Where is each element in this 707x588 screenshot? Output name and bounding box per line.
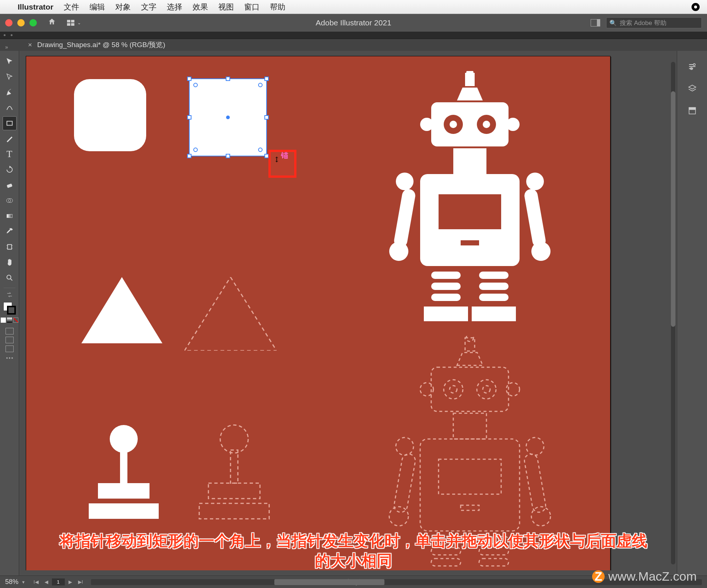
selection-handle-r[interactable] <box>264 115 269 120</box>
stroke-swatch[interactable] <box>7 306 16 315</box>
color-mode-swatches[interactable] <box>1 318 18 323</box>
close-tab-icon[interactable]: × <box>28 41 32 49</box>
selection-handle-t[interactable] <box>226 77 230 81</box>
menu-type[interactable]: 文字 <box>141 2 156 12</box>
canvas-area[interactable]: ⤡ 锚 <box>19 51 677 575</box>
svg-rect-14 <box>231 450 238 483</box>
minimize-window-button[interactable] <box>17 19 25 26</box>
canvas-scrollbar-vertical[interactable] <box>671 62 675 564</box>
svg-point-43 <box>450 121 457 128</box>
window-title: Adobe Illustrator 2021 <box>316 18 391 27</box>
control-bar <box>0 32 707 39</box>
paintbrush-tool[interactable] <box>3 132 17 146</box>
svg-point-6 <box>7 275 11 279</box>
shape-joystick-dashed[interactable] <box>192 424 277 521</box>
svg-rect-62 <box>523 453 546 513</box>
svg-rect-67 <box>431 559 461 566</box>
shape-robot-solid[interactable] <box>383 71 556 326</box>
hand-tool[interactable] <box>3 255 17 269</box>
maximize-window-button[interactable] <box>29 19 37 26</box>
corner-widget-tl[interactable] <box>193 83 198 87</box>
artboard-navigator[interactable]: I◀ ◀ 1 ▶ ▶I <box>31 578 85 585</box>
eraser-tool[interactable] <box>3 178 17 192</box>
corner-widget-br[interactable] <box>258 148 263 152</box>
libraries-icon[interactable] <box>687 105 698 116</box>
panel-toggle-icon[interactable] <box>591 19 600 26</box>
help-search-input[interactable]: 🔍 搜索 Adobe 帮助 <box>606 17 702 28</box>
shape-rounded-square[interactable] <box>74 79 146 151</box>
shape-builder-tool[interactable] <box>3 194 17 208</box>
svg-rect-37 <box>424 307 468 321</box>
nav-next-icon[interactable]: ▶ <box>66 578 74 585</box>
shape-triangle-dashed[interactable] <box>184 277 277 352</box>
close-window-button[interactable] <box>5 19 13 26</box>
zoom-tool[interactable] <box>3 271 17 285</box>
edit-toolbar-icon[interactable] <box>6 357 13 359</box>
menu-help[interactable]: 帮助 <box>270 2 285 12</box>
shape-robot-dashed[interactable] <box>383 336 556 570</box>
svg-point-13 <box>220 425 248 453</box>
zoom-value: 58% <box>5 578 18 586</box>
svg-rect-16 <box>199 503 269 519</box>
curvature-tool[interactable] <box>3 101 17 115</box>
svg-rect-55 <box>420 439 520 531</box>
layers-icon[interactable] <box>687 83 698 94</box>
menu-edit[interactable]: 编辑 <box>89 2 105 12</box>
svg-rect-42 <box>461 240 479 245</box>
direct-selection-tool[interactable] <box>3 70 17 84</box>
fill-stroke-swatch[interactable] <box>3 302 16 315</box>
swap-fill-stroke-icon[interactable] <box>3 291 17 298</box>
selection-handle-b[interactable] <box>226 154 230 158</box>
svg-marker-7 <box>81 277 162 343</box>
artboard-tool[interactable] <box>3 240 17 254</box>
shape-joystick-solid[interactable] <box>81 424 166 521</box>
svg-point-44 <box>483 121 490 128</box>
app-menu[interactable]: Illustrator <box>18 3 53 11</box>
menu-file[interactable]: 文件 <box>64 2 79 12</box>
properties-icon[interactable] <box>687 61 698 72</box>
rectangle-tool[interactable] <box>3 116 17 130</box>
artboard-number[interactable]: 1 <box>52 578 65 585</box>
chevron-down-icon: ▼ <box>21 580 25 584</box>
svg-marker-19 <box>457 88 483 100</box>
menu-view[interactable]: 视图 <box>218 2 234 12</box>
document-tab[interactable]: Drawing_Shapes.ai* @ 58 % (RGB/预览) <box>37 40 165 50</box>
rotate-tool[interactable] <box>3 163 17 177</box>
selection-handle-l[interactable] <box>187 115 191 120</box>
zoom-level-selector[interactable]: 58% ▼ <box>5 578 25 586</box>
selection-tool[interactable] <box>3 54 17 68</box>
watermark-text: www.MacZ.com <box>608 569 697 584</box>
shape-triangle-solid[interactable] <box>81 277 162 345</box>
toolbox-flyout-icon[interactable]: » <box>5 44 8 50</box>
menu-select[interactable]: 选择 <box>167 2 182 12</box>
svg-rect-5 <box>7 245 11 249</box>
workspace-switcher[interactable]: ⌄ <box>67 20 81 26</box>
nav-last-icon[interactable]: ▶I <box>76 578 85 585</box>
svg-rect-41 <box>439 194 501 229</box>
corner-widget-bl[interactable] <box>193 148 198 152</box>
status-dot-icon[interactable] <box>692 3 700 11</box>
svg-point-63 <box>389 507 408 526</box>
screen-mode-icon[interactable] <box>6 346 14 352</box>
nav-prev-icon[interactable]: ◀ <box>42 578 50 585</box>
shape-selected-rectangle[interactable] <box>189 78 267 156</box>
menu-object[interactable]: 对象 <box>115 2 131 12</box>
draw-normal-icon[interactable] <box>6 328 14 334</box>
artboard[interactable]: ⤡ 锚 <box>26 56 611 570</box>
pen-tool[interactable] <box>3 85 17 99</box>
menu-window[interactable]: 窗口 <box>244 2 260 12</box>
svg-point-52 <box>477 380 496 399</box>
selection-handle-tl[interactable] <box>187 77 191 81</box>
gradient-tool[interactable] <box>3 209 17 223</box>
svg-rect-28 <box>523 188 546 248</box>
selection-handle-bl[interactable] <box>187 154 191 158</box>
corner-widget-tr[interactable] <box>258 83 263 87</box>
type-tool[interactable]: T <box>3 147 17 161</box>
svg-rect-35 <box>479 283 509 290</box>
menu-effect[interactable]: 效果 <box>193 2 208 12</box>
nav-first-icon[interactable]: I◀ <box>31 578 41 585</box>
draw-behind-icon[interactable] <box>6 337 14 343</box>
selection-handle-tr[interactable] <box>264 77 269 81</box>
home-icon[interactable] <box>48 18 56 28</box>
eyedropper-tool[interactable] <box>3 224 17 238</box>
